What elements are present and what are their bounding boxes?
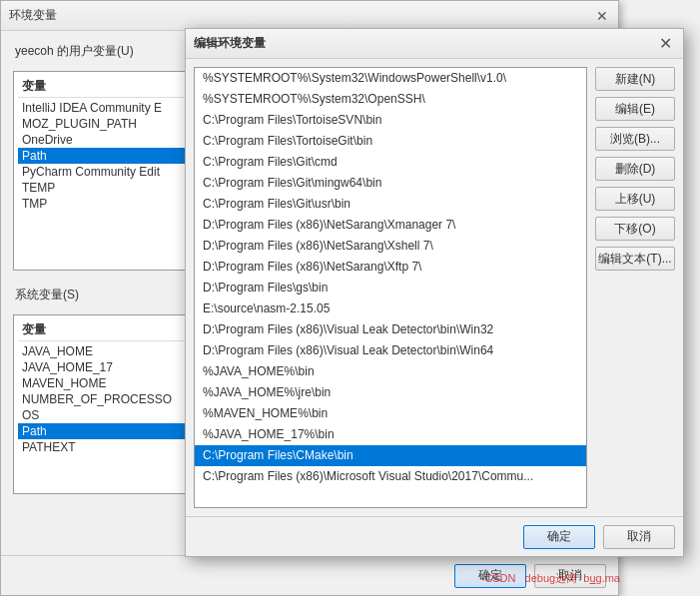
path-item-3[interactable]: C:\Program Files\TortoiseGit\bin [195, 131, 586, 152]
edit-dialog-right-buttons: 新建(N) 编辑(E) 浏览(B)... 删除(D) 上移(U) 下移(O) 编… [595, 67, 675, 508]
move-up-button[interactable]: 上移(U) [595, 187, 675, 211]
path-item-19[interactable]: C:\Program Files (x86)\Microsoft Visual … [195, 466, 586, 487]
path-item-18[interactable]: C:\Program Files\CMake\bin [195, 445, 586, 466]
edit-dialog-title: 编辑环境变量 [194, 35, 266, 52]
path-item-2[interactable]: C:\Program Files\TortoiseSVN\bin [195, 110, 586, 131]
move-down-button[interactable]: 下移(O) [595, 217, 675, 241]
edit-dialog-content: %SYSTEMROOT%\System32\WindowsPowerShell\… [186, 59, 683, 516]
edit-path-button[interactable]: 编辑(E) [595, 97, 675, 121]
edit-cancel-button[interactable]: 取消 [603, 525, 675, 549]
edit-dialog-bottom-bar: 确定 取消 [186, 516, 683, 556]
edit-confirm-button[interactable]: 确定 [523, 525, 595, 549]
browse-path-button[interactable]: 浏览(B)... [595, 127, 675, 151]
csdn-watermark: CSDN debug远离 bug.ma [484, 571, 620, 586]
path-item-10[interactable]: D:\Program Files\gs\bin [195, 278, 586, 298]
path-item-17[interactable]: %JAVA_HOME_17%\bin [195, 424, 586, 445]
path-item-12[interactable]: D:\Program Files (x86)\Visual Leak Detec… [195, 319, 586, 340]
path-item-8[interactable]: D:\Program Files (x86)\NetSarang\Xshell … [195, 236, 586, 257]
path-item-9[interactable]: D:\Program Files (x86)\NetSarang\Xftp 7\ [195, 257, 586, 278]
path-item-16[interactable]: %MAVEN_HOME%\bin [195, 403, 586, 424]
path-item-15[interactable]: %JAVA_HOME%\jre\bin [195, 382, 586, 403]
path-item-5[interactable]: C:\Program Files\Git\mingw64\bin [195, 173, 586, 194]
path-item-7[interactable]: D:\Program Files (x86)\NetSarang\Xmanage… [195, 215, 586, 236]
path-item-13[interactable]: D:\Program Files (x86)\Visual Leak Detec… [195, 340, 586, 361]
edit-text-button[interactable]: 编辑文本(T)... [595, 247, 675, 271]
delete-path-button[interactable]: 删除(D) [595, 157, 675, 181]
path-item-11[interactable]: E:\source\nasm-2.15.05 [195, 298, 586, 319]
edit-env-dialog: 编辑环境变量 ✕ %SYSTEMROOT%\System32\WindowsPo… [185, 28, 684, 557]
new-path-button[interactable]: 新建(N) [595, 67, 675, 91]
path-item-6[interactable]: C:\Program Files\Git\usr\bin [195, 194, 586, 215]
path-item-4[interactable]: C:\Program Files\Git\cmd [195, 152, 586, 173]
edit-dialog-close-icon[interactable]: ✕ [655, 34, 675, 54]
path-item-1[interactable]: %SYSTEMROOT%\System32\OpenSSH\ [195, 89, 586, 110]
user-section-label: yeecoh 的用户变量(U) [15, 43, 134, 60]
bg-window-close-icon[interactable]: ✕ [594, 8, 610, 24]
path-list-container[interactable]: %SYSTEMROOT%\System32\WindowsPowerShell\… [194, 67, 587, 508]
bg-window-title: 环境变量 [9, 7, 57, 24]
bg-window-titlebar: 环境变量 ✕ [1, 1, 618, 31]
path-item-14[interactable]: %JAVA_HOME%\bin [195, 361, 586, 382]
system-section-label: 系统变量(S) [15, 287, 79, 303]
path-list: %SYSTEMROOT%\System32\WindowsPowerShell\… [195, 68, 586, 487]
edit-dialog-titlebar: 编辑环境变量 ✕ [186, 29, 683, 59]
path-item-0[interactable]: %SYSTEMROOT%\System32\WindowsPowerShell\… [195, 68, 586, 89]
